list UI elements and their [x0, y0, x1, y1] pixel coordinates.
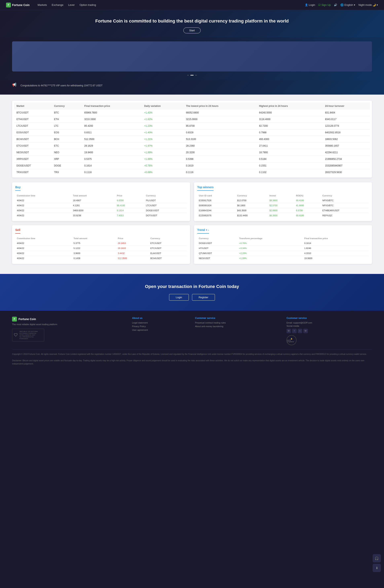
winner-cell-2: $6.3500	[268, 213, 294, 218]
market-cell-6: 6402932.8518	[323, 129, 370, 136]
nav-exchange[interactable]: Exchange	[52, 3, 63, 6]
market-table-row[interactable]: BTC/USDTBTC65969.7800+1.43%66052.6800642…	[14, 109, 370, 116]
footer-about-col: About us Legal statement Privacy Policy …	[132, 317, 189, 345]
winner-cell-0: E695991924	[197, 203, 236, 208]
market-cell-5: 64240.5000	[257, 109, 323, 116]
market-cell-6: 18603.5062	[323, 136, 370, 142]
trend-cell-2: 0.1614	[303, 241, 369, 246]
buy-table-row: 4/04/2218.49076.6590FIL/USDT	[15, 198, 187, 203]
top-winners-table: User ID card Currency Invest ROI(%) Curr…	[197, 193, 369, 218]
market-cell-3: +1.43%	[142, 109, 183, 116]
start-button[interactable]: Start	[183, 27, 201, 33]
market-table-row[interactable]: ETC/USDTETC28.1629+1.97%28.236027.041135…	[14, 142, 370, 149]
cta-login-button[interactable]: Login	[169, 294, 189, 301]
market-cell-0: ETC/USDT	[14, 142, 52, 149]
market-cell-0: BTC/USDT	[14, 109, 52, 116]
buy-cell-3: DOGE/USDT	[144, 208, 187, 213]
market-cell-4: 28.2360	[183, 142, 257, 149]
carousel-dot-2[interactable]	[190, 75, 194, 76]
market-table-row[interactable]: TRX/USDTTRX0.1116+0.68%0.11160.110228327…	[14, 169, 370, 175]
market-cell-4: 0.8328	[183, 129, 257, 136]
winners-table-row: E225902076$132.4400$6.350069.4100REP/UQC	[197, 213, 369, 218]
market-table-row[interactable]: DOGE/USDTDOGE0.1614+0.76%0.16190.1551153…	[14, 162, 370, 169]
brand[interactable]: F Fortune Coin	[6, 3, 30, 7]
footer-social-label: Social media	[287, 325, 372, 327]
market-cell-1: LTC	[52, 123, 82, 129]
market-cell-0: NEO/USDT	[14, 149, 52, 156]
sell-cell-1: 3.9600	[72, 251, 116, 256]
market-cell-6: 355680.1657	[323, 142, 370, 149]
market-cell-2: 19.9400	[82, 149, 142, 156]
footer-disclaimer: Disclaimer: Bitcoin and digital asset pr…	[12, 359, 372, 365]
trend-cell-1: +0.76%	[238, 241, 303, 246]
social-f[interactable]: f	[292, 329, 296, 333]
winner-cell-0: E169643244	[197, 208, 236, 213]
market-cell-2: 512.3500	[82, 136, 142, 142]
sell-col-time: Commission time	[15, 236, 72, 241]
footer-privacy[interactable]: Privacy Policy	[132, 325, 189, 328]
winner-cell-2: $2.8900	[268, 208, 294, 213]
col-low-24h: The lowest price in 24 hours	[183, 103, 257, 109]
carousel-dot-3[interactable]	[195, 75, 197, 76]
social-w[interactable]: W	[287, 329, 291, 333]
market-cell-4: 513.3100	[183, 136, 257, 142]
tw-col-userid: User ID card	[197, 193, 236, 198]
night-mode-toggle[interactable]: Night mode 🌙 ▾	[359, 3, 378, 6]
nav-option-trading[interactable]: Option trading	[80, 3, 96, 6]
sell-cell-3: BCH/USDT	[149, 256, 187, 261]
footer-anti-money[interactable]: About anti-money laundering	[195, 325, 280, 328]
market-cell-2: 3210.3300	[82, 116, 142, 123]
sell-cell-1: 0.1438	[72, 256, 116, 261]
trend-table-row: HT/USDT+3.34%1.8246	[197, 246, 369, 251]
market-cell-6: 42294.6211	[323, 149, 370, 156]
market-table-row[interactable]: XRP/USDTXRP0.5375+1.88%0.53980.518421990…	[14, 156, 370, 162]
market-cell-2: 28.1629	[82, 142, 142, 149]
market-cell-2: 85.4200	[82, 123, 142, 129]
market-table-header: Market Currency Final transaction price …	[14, 103, 370, 109]
volume-icon[interactable]: 🔊	[334, 3, 337, 6]
col-turnover: 24-hour turnover	[323, 103, 370, 109]
sell-cell-3: ELA/USDT	[149, 251, 187, 256]
sell-cell-2: 512.3500	[116, 256, 149, 261]
nav-markets[interactable]: Markets	[38, 3, 47, 6]
sell-cell-1: 5.3775	[72, 241, 116, 246]
footer-user-agreement[interactable]: User agreement	[132, 329, 189, 331]
market-cell-5: 3116.4000	[257, 116, 323, 123]
cta-register-button[interactable]: Register	[192, 294, 215, 301]
carousel-dot-1[interactable]	[187, 75, 189, 76]
license-icon: 🛡	[14, 333, 18, 337]
winner-cell-1: $12.0700	[236, 198, 268, 203]
market-cell-4: 20.3200	[183, 149, 257, 156]
market-cell-4: 0.1116	[183, 169, 257, 175]
sell-cell-2: 28.1633	[116, 246, 149, 251]
winner-cell-1: $43.3500	[236, 208, 268, 213]
buy-cell-1: 3469.8200	[71, 208, 115, 213]
footer-perpetual-rules[interactable]: Perpetual contract trading rules	[195, 321, 280, 324]
market-table-row[interactable]: BCH/USDTBCH512.3500+1.21%513.3100493.430…	[14, 136, 370, 142]
trend-col-price: Final transaction price	[303, 236, 369, 241]
footer-legal[interactable]: Legal statement	[132, 321, 189, 324]
navbar: F Fortune Coin Markets Exchange Lever Op…	[0, 0, 384, 10]
sell-table-row: 4/04/220.1438512.3500BCH/USDT	[15, 256, 187, 261]
language-label: English	[344, 3, 353, 6]
top-winners-title: Top winners	[197, 186, 214, 191]
social-t[interactable]: t	[298, 329, 302, 333]
language-toggle[interactable]: 🌐 English ▾	[340, 3, 355, 6]
nav-login[interactable]: 👤 Login	[305, 3, 315, 6]
market-table-row[interactable]: NEO/USDTNEO19.9400+1.89%20.320018.790042…	[14, 149, 370, 156]
market-cell-0: BCH/USDT	[14, 136, 52, 142]
winner-cell-3: 6.6700	[294, 208, 321, 213]
nav-lever[interactable]: Lever	[68, 3, 75, 6]
sell-col-price: Price	[116, 236, 149, 241]
market-cell-6: 21990850.2734	[323, 156, 370, 162]
nav-signup[interactable]: ☑ Sign Up	[318, 3, 331, 6]
social-m[interactable]: M	[303, 329, 308, 333]
trend-title: Trend + -	[197, 228, 209, 233]
trend-cell-2: 1.8246	[303, 246, 369, 251]
lower-grid: Buy Commission time Total amount Price C…	[12, 182, 372, 264]
trend-table-row: DOGE/USDT+0.76%0.1614	[197, 241, 369, 246]
market-table-row[interactable]: LTC/USDTLTC85.4200+1.23%85.870082.720012…	[14, 123, 370, 129]
market-cell-0: TRX/USDT	[14, 169, 52, 175]
market-table-row[interactable]: ETH/USDTETH3210.3300+1.62%3215.00003116.…	[14, 116, 370, 123]
market-table-row[interactable]: EOS/USDTEOS0.8311+1.40%0.83280.798864029…	[14, 129, 370, 136]
